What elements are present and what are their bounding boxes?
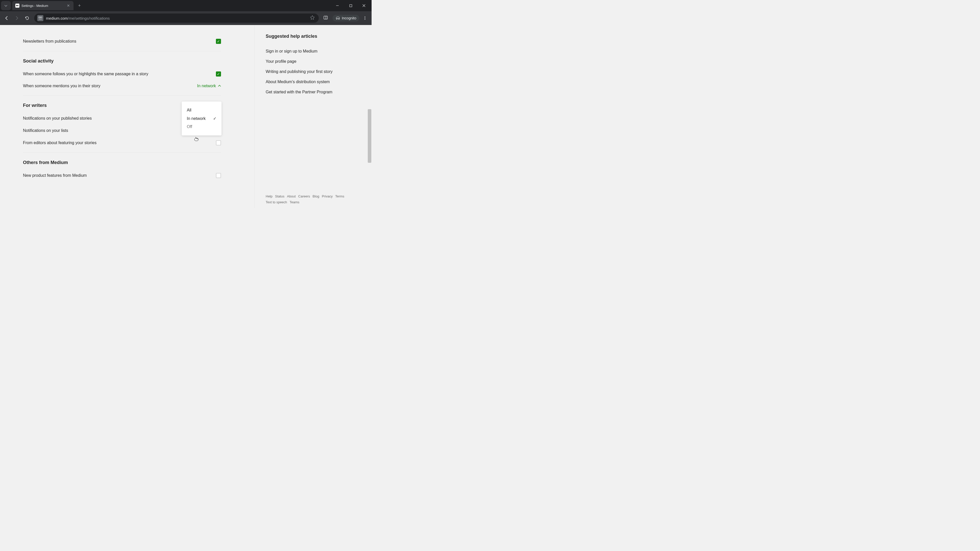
svg-rect-7	[324, 16, 328, 19]
address-bar[interactable]: medium.com/me/settings/notifications	[34, 14, 319, 23]
check-icon: ✓	[213, 116, 216, 121]
check-icon: ✓	[217, 72, 220, 76]
incognito-icon	[336, 16, 340, 20]
setting-social-mention: When someone mentions you in their story…	[23, 80, 221, 92]
page-content: Newsletters from publications ✓ Social a…	[0, 25, 372, 208]
section-social-header: Social activity	[23, 51, 254, 68]
reload-button[interactable]	[22, 14, 32, 23]
svg-rect-4	[39, 17, 40, 18]
site-info-icon[interactable]	[37, 15, 43, 21]
tab-search-button[interactable]	[1, 1, 11, 10]
browser-toolbar: medium.com/me/settings/notifications Inc…	[0, 11, 372, 25]
checkbox-newsletters[interactable]: ✓	[216, 39, 221, 44]
help-link-signin[interactable]: Sign in or sign up to Medium	[266, 46, 372, 56]
setting-label: Notifications on your lists	[23, 128, 68, 133]
footer-status[interactable]: Status	[275, 194, 285, 198]
tab-close-button[interactable]: ✕	[66, 3, 70, 8]
url-text: medium.com/me/settings/notifications	[46, 16, 110, 21]
help-link-partner[interactable]: Get started with the Partner Program	[266, 87, 372, 97]
help-link-distribution[interactable]: About Medium's distribution system	[266, 77, 372, 87]
setting-social-follow: When someone follows you or highlights t…	[23, 68, 221, 80]
sidebar-header: Suggested help articles	[266, 34, 372, 39]
setting-label: When someone follows you or highlights t…	[23, 72, 148, 76]
chevron-down-icon	[4, 4, 7, 7]
help-link-writing[interactable]: Writing and publishing your first story	[266, 67, 372, 77]
window-controls	[332, 1, 372, 10]
checkbox-writers-editors[interactable]	[216, 140, 221, 145]
close-window-button[interactable]	[358, 1, 369, 10]
setting-others-product: New product features from Medium	[23, 169, 221, 182]
dropdown-value: In network	[197, 84, 216, 88]
setting-writers-editors: From editors about featuring your storie…	[23, 137, 221, 149]
bookmark-icon[interactable]	[309, 14, 316, 22]
svg-point-9	[365, 17, 366, 17]
side-panel-icon[interactable]	[321, 13, 330, 23]
option-label: In network	[187, 116, 206, 121]
option-label: Off	[187, 124, 192, 129]
mention-dropdown-menu: All In network ✓ Off	[182, 102, 221, 135]
browser-tab-strip: Settings - Medium ✕ +	[0, 0, 372, 11]
help-sidebar: Suggested help articles Sign in or sign …	[254, 25, 372, 208]
setting-newsletters: Newsletters from publications ✓	[23, 35, 221, 48]
footer-privacy[interactable]: Privacy	[322, 194, 333, 198]
checkbox-social-follow[interactable]: ✓	[216, 71, 221, 76]
checkbox-others-product[interactable]	[216, 173, 221, 178]
svg-point-1	[18, 5, 18, 6]
minimize-button[interactable]	[332, 1, 343, 10]
incognito-badge[interactable]: Incognito	[332, 15, 360, 21]
footer-tts[interactable]: Text to speech	[266, 200, 287, 204]
setting-label: When someone mentions you in their story	[23, 84, 100, 88]
setting-label: Notifications on your published stories	[23, 116, 92, 121]
favicon-icon	[15, 3, 19, 8]
setting-label: New product features from Medium	[23, 173, 87, 178]
mention-dropdown-trigger[interactable]: In network	[197, 84, 221, 88]
footer-careers[interactable]: Careers	[298, 194, 310, 198]
incognito-label: Incognito	[342, 16, 356, 20]
footer-teams[interactable]: Teams	[290, 200, 299, 204]
tab-title: Settings - Medium	[21, 4, 64, 8]
dropdown-option-all[interactable]: All	[182, 106, 221, 114]
dropdown-option-off[interactable]: Off	[182, 123, 221, 131]
browser-menu-button[interactable]	[360, 14, 369, 23]
footer-terms[interactable]: Terms	[335, 194, 344, 198]
footer-about[interactable]: About	[287, 194, 296, 198]
svg-point-0	[16, 5, 17, 6]
svg-point-11	[365, 19, 366, 20]
tab-area: Settings - Medium ✕ +	[0, 0, 83, 11]
svg-point-10	[365, 18, 366, 19]
help-link-profile[interactable]: Your profile page	[266, 56, 372, 67]
dropdown-option-in-network[interactable]: In network ✓	[182, 114, 221, 123]
setting-label: Newsletters from publications	[23, 39, 76, 44]
footer-links: Help Status About Careers Blog Privacy T…	[266, 194, 347, 204]
back-button[interactable]	[2, 14, 11, 23]
section-others-header: Others from Medium	[23, 153, 254, 169]
check-icon: ✓	[217, 40, 220, 43]
settings-main: Newsletters from publications ✓ Social a…	[0, 25, 254, 208]
maximize-button[interactable]	[345, 1, 356, 10]
setting-label: From editors about featuring your storie…	[23, 141, 97, 145]
footer-help[interactable]: Help	[266, 194, 272, 198]
chevron-up-icon	[218, 84, 221, 88]
footer-blog[interactable]: Blog	[313, 194, 319, 198]
scroll-thumb[interactable]	[368, 109, 371, 163]
svg-rect-5	[41, 17, 42, 18]
scrollbar[interactable]	[368, 25, 372, 208]
option-label: All	[187, 108, 191, 113]
forward-button[interactable]	[12, 14, 21, 23]
new-tab-button[interactable]: +	[76, 2, 83, 10]
svg-rect-3	[350, 5, 352, 7]
browser-tab[interactable]: Settings - Medium ✕	[12, 1, 73, 10]
